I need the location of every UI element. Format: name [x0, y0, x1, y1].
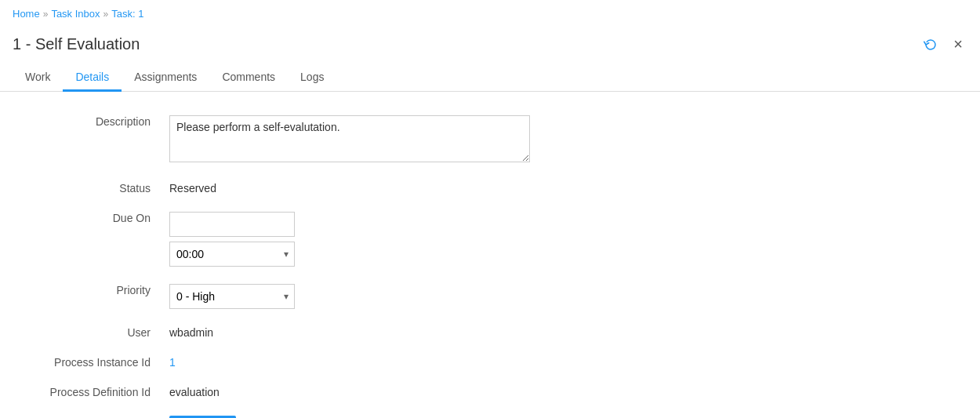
refresh-button[interactable]	[919, 35, 942, 55]
description-value	[169, 111, 967, 165]
tab-comments[interactable]: Comments	[209, 64, 288, 92]
process-instance-id-value: 1	[169, 351, 967, 369]
due-on-row: Due On 00:00 00:30 01:00 01:30 02:00	[13, 207, 967, 267]
process-instance-id-link[interactable]: 1	[169, 356, 176, 369]
tab-work[interactable]: Work	[13, 64, 63, 92]
process-definition-id-value: evaluation	[169, 381, 967, 398]
process-definition-id-label: Process Definition Id	[13, 381, 169, 398]
status-label: Status	[13, 177, 169, 194]
process-instance-id-label: Process Instance Id	[13, 351, 169, 369]
close-icon: ×	[953, 35, 963, 53]
breadcrumb-task-inbox[interactable]: Task Inbox	[51, 8, 100, 20]
page-header: 1 - Self Evaluation ×	[0, 27, 980, 64]
breadcrumb-sep-2: »	[103, 9, 109, 20]
tab-logs[interactable]: Logs	[288, 64, 336, 92]
update-row: Update	[13, 411, 967, 418]
update-value: Update	[169, 411, 967, 418]
due-on-date-input[interactable]	[169, 212, 295, 237]
time-select-wrapper: 00:00 00:30 01:00 01:30 02:00	[169, 242, 295, 267]
header-actions: ×	[919, 32, 967, 56]
form-content: Description Status Reserved Due On 00:00…	[0, 92, 980, 418]
breadcrumb-task-1[interactable]: Task: 1	[111, 8, 143, 20]
process-definition-id-row: Process Definition Id evaluation	[13, 381, 967, 398]
status-row: Status Reserved	[13, 177, 967, 194]
breadcrumb-sep-1: »	[43, 9, 49, 20]
due-on-label: Due On	[13, 207, 169, 224]
user-value: wbadmin	[169, 322, 967, 339]
tab-details[interactable]: Details	[63, 64, 122, 92]
close-button[interactable]: ×	[949, 32, 967, 56]
status-value: Reserved	[169, 177, 967, 194]
description-label: Description	[13, 111, 169, 128]
description-textarea[interactable]	[169, 115, 530, 162]
user-row: User wbadmin	[13, 322, 967, 339]
priority-row: Priority 0 - High 1 - Medium 2 - Low	[13, 279, 967, 309]
priority-select[interactable]: 0 - High 1 - Medium 2 - Low	[169, 284, 295, 309]
breadcrumb-home[interactable]: Home	[13, 8, 40, 20]
user-label: User	[13, 322, 169, 339]
tabs-container: Work Details Assignments Comments Logs	[0, 64, 980, 92]
tab-assignments[interactable]: Assignments	[122, 64, 209, 92]
description-row: Description	[13, 111, 967, 165]
priority-value: 0 - High 1 - Medium 2 - Low	[169, 279, 967, 309]
due-on-value: 00:00 00:30 01:00 01:30 02:00	[169, 207, 967, 267]
refresh-icon	[924, 38, 938, 52]
priority-label: Priority	[13, 279, 169, 296]
breadcrumb: Home » Task Inbox » Task: 1	[0, 0, 980, 27]
update-label-spacer	[13, 411, 169, 416]
time-select[interactable]: 00:00 00:30 01:00 01:30 02:00	[169, 242, 295, 267]
process-instance-id-row: Process Instance Id 1	[13, 351, 967, 369]
priority-select-wrapper: 0 - High 1 - Medium 2 - Low	[169, 284, 295, 309]
page-title: 1 - Self Evaluation	[13, 35, 140, 53]
